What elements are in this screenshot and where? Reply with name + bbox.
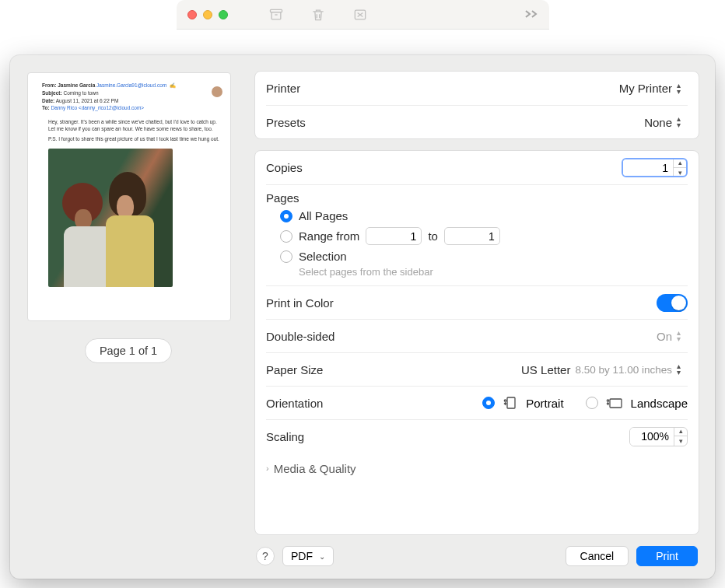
help-button[interactable]: ? (256, 547, 275, 565)
scaling-row: Scaling ▴▾ (266, 419, 688, 453)
stepper-down-icon[interactable]: ▾ (674, 168, 686, 178)
pages-selection-option[interactable]: Selection (280, 250, 688, 263)
printer-row[interactable]: Printer My Printer (266, 72, 688, 105)
copies-label: Copies (266, 161, 303, 174)
page-preview: From: Jasmine Garcia Jasmine.Garcia91@ic… (27, 72, 231, 321)
scaling-input[interactable] (630, 428, 674, 446)
popup-arrows-icon (677, 116, 688, 128)
print-color-toggle[interactable] (657, 294, 688, 312)
preview-pane: From: Jasmine Garcia Jasmine.Garcia91@ic… (10, 55, 247, 579)
printer-presets-card: Printer My Printer Presets None (254, 71, 699, 139)
double-sided-label: Double-sided (266, 330, 334, 343)
toolbar-overflow-icon[interactable] (524, 9, 538, 19)
print-button[interactable]: Print (636, 546, 698, 566)
media-quality-disclosure[interactable]: › Media & Quality (266, 453, 688, 484)
range-to-input[interactable] (444, 227, 500, 245)
chevron-right-icon: › (266, 464, 269, 473)
svg-rect-1 (271, 12, 281, 19)
svg-rect-5 (610, 399, 622, 408)
copies-row: Copies ▴▾ (266, 151, 688, 184)
preview-photo (48, 149, 173, 287)
range-from-input[interactable] (366, 227, 422, 245)
pages-all-option[interactable]: All Pages (280, 209, 688, 222)
paper-size-row[interactable]: Paper Size US Letter 8.50 by 11.00 inche… (266, 352, 688, 386)
archive-icon (268, 7, 284, 23)
settings-pane: Printer My Printer Presets None Copies (247, 55, 715, 579)
orientation-portrait-label: Portrait (526, 397, 563, 410)
stepper-down-icon[interactable]: ▾ (674, 436, 687, 446)
svg-point-6 (607, 400, 608, 401)
orientation-portrait-radio[interactable] (482, 397, 495, 409)
double-sided-value: On (657, 330, 672, 343)
portrait-icon (503, 396, 518, 410)
copies-input[interactable] (623, 159, 673, 176)
chevron-down-icon: ⌄ (319, 552, 325, 561)
dialog-footer: ? PDF ⌄ Cancel Print (254, 535, 699, 579)
svg-point-4 (505, 400, 506, 401)
stepper-up-icon[interactable]: ▴ (674, 427, 687, 437)
page-indicator: Page 1 of 1 (85, 338, 172, 363)
avatar-icon (212, 86, 222, 97)
orientation-landscape-radio[interactable] (586, 397, 598, 409)
junk-icon (352, 7, 368, 23)
printer-value: My Printer (619, 82, 672, 95)
radio-icon (280, 230, 292, 243)
popup-arrows-icon (677, 82, 688, 95)
print-color-label: Print in Color (266, 296, 334, 310)
toolbar-icons (268, 7, 368, 23)
stepper-up-icon[interactable]: ▴ (674, 158, 686, 168)
printer-label: Printer (266, 82, 300, 95)
print-color-row: Print in Color (266, 285, 688, 319)
preview-body-line2: P.S. I forgot to share this great pictur… (48, 135, 219, 142)
svg-rect-3 (507, 397, 515, 408)
popup-arrows-icon (677, 330, 688, 342)
preview-email-header: From: Jasmine Garcia Jasmine.Garcia91@ic… (42, 82, 219, 112)
orientation-landscape-label: Landscape (631, 397, 688, 410)
popup-arrows-icon (677, 363, 688, 376)
orientation-label: Orientation (266, 397, 323, 410)
orientation-row: Orientation Portrait Landscape (266, 386, 688, 419)
pages-range-option[interactable]: Range from to (280, 227, 688, 245)
presets-row[interactable]: Presets None (266, 105, 688, 138)
window-traffic-lights (187, 10, 228, 19)
pdf-menu-button[interactable]: PDF ⌄ (282, 546, 334, 566)
print-dialog: From: Jasmine Garcia Jasmine.Garcia91@ic… (10, 55, 715, 579)
print-options-card: Copies ▴▾ Pages All Pages (254, 150, 699, 535)
zoom-window-icon[interactable] (219, 10, 228, 19)
radio-selected-icon (280, 210, 292, 222)
preview-body-line1: Hey, stranger. It's been a while since w… (48, 118, 219, 132)
trash-icon (310, 7, 326, 23)
landscape-icon (606, 396, 623, 410)
paper-size-value: US Letter (521, 363, 570, 376)
pages-row: Pages All Pages Range from to (266, 184, 688, 285)
presets-value: None (644, 116, 672, 129)
close-window-icon[interactable] (187, 10, 197, 19)
copies-stepper[interactable]: ▴▾ (622, 158, 688, 177)
background-window-titlebar (177, 0, 549, 30)
cancel-button[interactable]: Cancel (566, 546, 629, 566)
paper-size-dims: 8.50 by 11.00 inches (575, 364, 672, 376)
double-sided-row[interactable]: Double-sided On (266, 319, 688, 352)
presets-label: Presets (266, 116, 306, 129)
scaling-stepper[interactable]: ▴▾ (629, 427, 688, 446)
minimize-window-icon[interactable] (203, 10, 212, 19)
pages-label: Pages (266, 191, 688, 206)
scaling-label: Scaling (266, 430, 304, 443)
radio-icon (280, 250, 292, 263)
selection-hint: Select pages from the sidebar (280, 266, 688, 278)
paper-size-label: Paper Size (266, 363, 323, 376)
